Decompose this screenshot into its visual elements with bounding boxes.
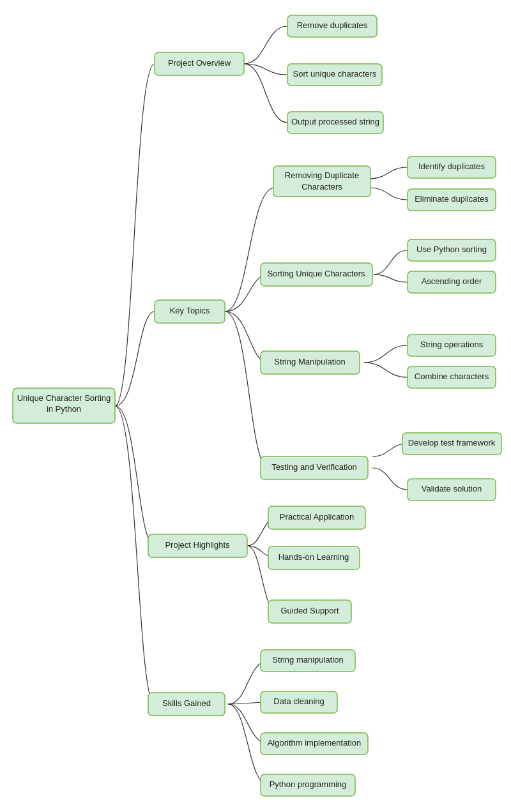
node-pythonprog-text: Python programming — [270, 779, 347, 789]
node-validate-text: Validate solution — [422, 484, 482, 493]
edge-sm-so — [364, 345, 408, 363]
edge-po-rd — [244, 26, 287, 64]
edge-suc-ao — [374, 274, 408, 282]
edge-sm-cc — [364, 363, 408, 377]
node-stringmanipskill-text: String manipulation — [272, 655, 343, 665]
edge-suc-ups — [374, 250, 408, 274]
edge-rdc-ed — [369, 188, 408, 200]
node-root-text: Unique Character Sorting — [17, 393, 111, 403]
node-removingdup-text2: Characters — [301, 182, 342, 192]
node-stringmanip-text: String Manipulation — [274, 357, 345, 366]
node-projectoverview-text: Project Overview — [168, 58, 231, 68]
node-guidedsupport-text: Guided Support — [280, 606, 339, 615]
node-root-text2: in Python — [47, 404, 81, 414]
node-devtest-text: Develop test framework — [408, 438, 496, 447]
node-handson-text: Hands-on Learning — [278, 552, 349, 562]
node-usepython-text: Use Python sorting — [416, 244, 487, 254]
edge-kt-tv — [225, 312, 268, 468]
edge-root-projectoverview — [115, 64, 155, 406]
mindmap-svg: Unique Character Sorting in Python Proje… — [0, 0, 511, 812]
node-removeduplicates-text: Remove duplicates — [297, 20, 368, 30]
edge-tv-vs — [372, 468, 408, 490]
node-practicalapp-text: Practical Application — [280, 512, 354, 522]
node-algorithm-text: Algorithm implementation — [268, 738, 362, 748]
node-projecthighlights-text: Project Highlights — [165, 540, 230, 550]
edge-kt-rdc — [225, 188, 275, 312]
node-stringops-text: String operations — [420, 340, 484, 349]
node-skillsgained-text: Skills Gained — [162, 698, 211, 708]
node-sortunique-text: Sort unique characters — [293, 69, 377, 79]
node-eliminatedup-text: Eliminate duplicates — [415, 194, 489, 204]
node-testing-text: Testing and Verification — [271, 462, 357, 472]
node-sortingunique-text: Sorting Unique Characters — [267, 269, 365, 278]
node-removingdup-text1: Removing Duplicate — [285, 170, 359, 180]
edge-po-op — [244, 64, 287, 123]
node-keytopics-text: Key Topics — [170, 306, 210, 315]
node-datacleaning-text: Data cleaning — [273, 696, 324, 706]
node-ascending-text: Ascending order — [422, 276, 482, 286]
node-identifydup-text: Identify duplicates — [418, 162, 485, 171]
node-outputprocessed-text: Output processed string — [291, 117, 379, 126]
edge-rdc-id — [369, 167, 408, 179]
node-combinechar-text: Combine characters — [415, 372, 489, 381]
